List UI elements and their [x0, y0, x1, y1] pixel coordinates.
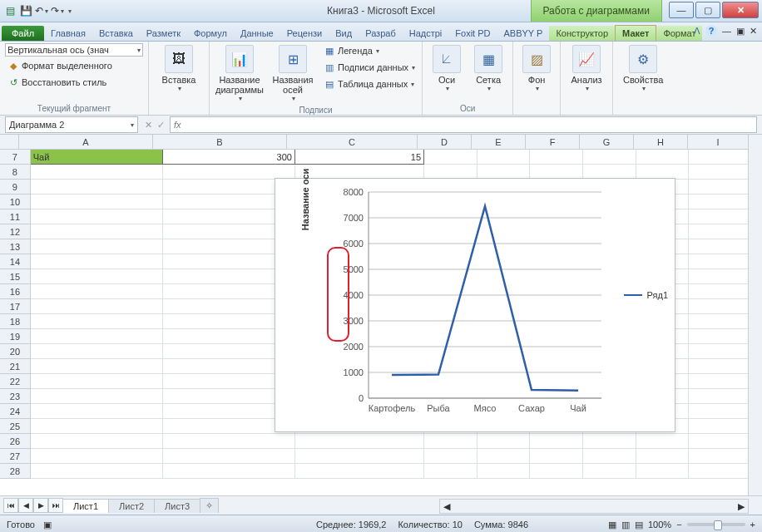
- background-button[interactable]: ▨Фон▾: [518, 43, 555, 94]
- cell[interactable]: [689, 299, 749, 314]
- doc-restore-icon[interactable]: ▣: [736, 26, 745, 37]
- zoom-out-button[interactable]: −: [676, 520, 681, 530]
- name-box[interactable]: Диаграмма 2▾: [5, 116, 138, 133]
- row-header[interactable]: 14: [0, 254, 31, 269]
- horizontal-scrollbar[interactable]: ◀▶: [439, 499, 749, 514]
- cell[interactable]: [636, 449, 690, 464]
- properties-button[interactable]: ⚙Свойства▾: [618, 43, 668, 94]
- cell[interactable]: [31, 359, 163, 374]
- cell[interactable]: [689, 195, 749, 209]
- minimize-ribbon-icon[interactable]: ᐱ: [694, 26, 700, 37]
- cell[interactable]: 15: [295, 150, 424, 165]
- axes-button[interactable]: ⟀Оси▾: [428, 43, 466, 94]
- cell[interactable]: [424, 464, 477, 479]
- row-header[interactable]: 18: [0, 314, 31, 329]
- cell[interactable]: [163, 464, 295, 479]
- chart-legend[interactable]: Ряд1: [624, 290, 668, 300]
- cell[interactable]: [31, 224, 163, 239]
- data-table-button[interactable]: ▤Таблица данных▾: [321, 76, 417, 91]
- cell[interactable]: [31, 284, 163, 299]
- column-header[interactable]: G: [580, 135, 634, 150]
- format-selection-button[interactable]: ◆Формат выделенного: [5, 58, 114, 73]
- cell[interactable]: [689, 254, 749, 269]
- help-icon[interactable]: ?: [705, 25, 717, 37]
- row-header[interactable]: 8: [0, 165, 31, 180]
- row-header[interactable]: 16: [0, 284, 31, 299]
- row-header[interactable]: 19: [0, 329, 31, 344]
- tab-file[interactable]: Файл: [2, 26, 44, 41]
- axis-titles-button[interactable]: ⊞Названия осей▾: [268, 43, 318, 104]
- view-page-break-icon[interactable]: ▤: [635, 520, 643, 530]
- zoom-slider[interactable]: [687, 523, 745, 526]
- cell[interactable]: [31, 299, 163, 314]
- tab-data[interactable]: Данные: [234, 26, 280, 41]
- doc-minimize-icon[interactable]: —: [722, 26, 731, 36]
- cell[interactable]: [689, 284, 749, 299]
- maximize-button[interactable]: ▢: [695, 2, 720, 18]
- cell[interactable]: [31, 419, 163, 434]
- cell[interactable]: [295, 434, 424, 449]
- cell[interactable]: [689, 209, 749, 224]
- column-header[interactable]: I: [688, 135, 749, 150]
- row-header[interactable]: 15: [0, 269, 31, 284]
- minimize-button[interactable]: —: [669, 2, 694, 18]
- cell[interactable]: [424, 434, 477, 449]
- tab-home[interactable]: Главная: [44, 26, 92, 41]
- embedded-chart[interactable]: 010002000300040005000600070008000Картофе…: [275, 178, 675, 432]
- row-header[interactable]: 7: [0, 150, 31, 165]
- cell[interactable]: [530, 434, 583, 449]
- cell[interactable]: [530, 150, 583, 165]
- cell[interactable]: [31, 404, 163, 419]
- cell[interactable]: [295, 449, 424, 464]
- cell[interactable]: [31, 254, 163, 269]
- cell[interactable]: [689, 165, 749, 180]
- cell[interactable]: [31, 239, 163, 254]
- row-header[interactable]: 28: [0, 464, 31, 479]
- cell[interactable]: [689, 180, 749, 195]
- tab-review[interactable]: Рецензи: [280, 26, 329, 41]
- cell[interactable]: [689, 344, 749, 359]
- tab-design[interactable]: Конструктор: [549, 26, 615, 41]
- undo-icon[interactable]: ↶▾: [35, 4, 48, 17]
- gridlines-button[interactable]: ▦Сетка▾: [469, 43, 507, 94]
- cell[interactable]: [636, 434, 690, 449]
- cell[interactable]: [31, 269, 163, 284]
- cell[interactable]: [689, 404, 749, 419]
- row-header[interactable]: 25: [0, 419, 31, 434]
- cell[interactable]: [31, 374, 163, 389]
- doc-close-icon[interactable]: ✕: [750, 26, 757, 37]
- tab-formulas[interactable]: Формул: [187, 26, 234, 41]
- row-header[interactable]: 12: [0, 224, 31, 239]
- cell[interactable]: [583, 150, 636, 165]
- cell[interactable]: [689, 419, 749, 434]
- cell[interactable]: [31, 329, 163, 344]
- cell[interactable]: Чай: [31, 150, 163, 165]
- row-header[interactable]: 9: [0, 180, 31, 195]
- tab-scroll-first-icon[interactable]: ⏮: [3, 498, 18, 513]
- reset-style-button[interactable]: ↺Восстановить стиль: [5, 75, 108, 90]
- cell[interactable]: [477, 449, 531, 464]
- column-header[interactable]: H: [634, 135, 688, 150]
- view-page-layout-icon[interactable]: ▥: [621, 520, 630, 530]
- macro-record-icon[interactable]: ▣: [43, 520, 52, 530]
- tab-page-layout[interactable]: Разметк: [140, 26, 187, 41]
- cell[interactable]: [689, 314, 749, 329]
- cell[interactable]: [31, 314, 163, 329]
- tab-foxit[interactable]: Foxit PD: [448, 26, 497, 41]
- cell[interactable]: [163, 434, 295, 449]
- cell[interactable]: [31, 389, 163, 404]
- cell[interactable]: [530, 449, 583, 464]
- cell[interactable]: [424, 449, 477, 464]
- cell[interactable]: [689, 359, 749, 374]
- cell[interactable]: [31, 344, 163, 359]
- cell[interactable]: [295, 464, 424, 479]
- cell[interactable]: [583, 449, 636, 464]
- cell[interactable]: [689, 239, 749, 254]
- cell[interactable]: [689, 449, 749, 464]
- cell[interactable]: [477, 464, 531, 479]
- redo-icon[interactable]: ↷▾: [51, 4, 64, 17]
- cell[interactable]: [530, 464, 583, 479]
- cell[interactable]: [689, 150, 749, 165]
- new-sheet-button[interactable]: ✧: [200, 498, 219, 513]
- cell[interactable]: [689, 224, 749, 239]
